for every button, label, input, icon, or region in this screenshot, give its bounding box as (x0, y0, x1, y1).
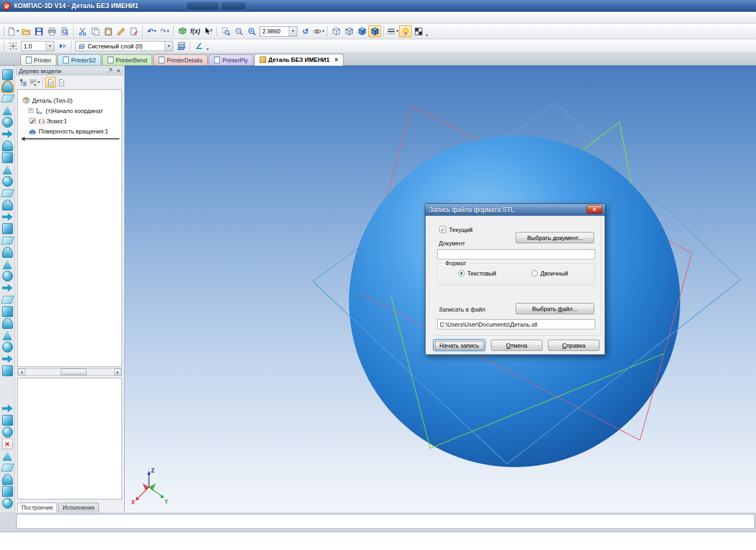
panel-surfaces-icon[interactable] (2, 81, 13, 92)
tool-scale-icon[interactable] (2, 450, 13, 461)
tab-printerdetails[interactable]: PrinterDetails × (153, 54, 208, 65)
document-manager-button[interactable] (176, 25, 189, 37)
print-button[interactable] (45, 25, 58, 37)
tree-sections-button[interactable] (45, 77, 56, 88)
layers-manage-button[interactable] (175, 40, 188, 52)
toolbar-overflow-icon[interactable]: ▾ (206, 47, 209, 53)
view-shaded-edges-button[interactable] (368, 25, 381, 37)
tree-insertion-marker[interactable] (19, 137, 120, 142)
toolbar-grip[interactable] (3, 41, 4, 51)
panel-close-button[interactable]: × (117, 68, 120, 74)
open-document-button[interactable] (19, 25, 32, 37)
panel-check-icon[interactable] (2, 318, 13, 329)
tab-printer[interactable]: Printer × (20, 54, 56, 65)
perspective-lamp-button[interactable] (399, 25, 412, 37)
tool-library-icon[interactable] (2, 474, 13, 485)
panel-fillet-icon[interactable] (2, 152, 13, 163)
tree-parameters-button[interactable] (56, 77, 67, 88)
print-preview-button[interactable] (58, 25, 71, 37)
redo-button[interactable]: ↷▾ (158, 25, 171, 37)
panel-extrude-icon[interactable] (2, 105, 13, 116)
panel-axis-icon[interactable] (2, 259, 13, 270)
panel-sketch-icon[interactable] (1, 95, 14, 102)
tree-structure-button[interactable] (18, 77, 28, 88)
angle-snap-button[interactable] (56, 40, 69, 52)
tree-item-part[interactable]: Деталь (Тел-0) (18, 95, 122, 105)
dialog-titlebar[interactable]: Запись файла формата STL (425, 204, 605, 216)
tool-select-icon[interactable] (2, 403, 13, 414)
tool-parameters-icon[interactable] (1, 464, 14, 471)
edit-properties-button[interactable] (127, 25, 140, 37)
scrollbar-thumb[interactable] (61, 369, 87, 375)
tree-filter-button[interactable]: ▾ (28, 77, 40, 88)
pin-icon[interactable] (107, 67, 113, 75)
tool-help-icon[interactable] (2, 498, 13, 509)
zoom-scale-combo[interactable]: 2.9860 ▾ (260, 26, 297, 37)
viewport-3d[interactable]: Z X Y Запись файла формата STL × ✓ Текущ… (125, 66, 756, 512)
panel-loft-icon[interactable] (2, 140, 13, 151)
panel-filter-icon[interactable] (2, 330, 13, 341)
current-document-checkbox[interactable]: ✓ Текущий (439, 226, 473, 233)
view-shaded-button[interactable] (355, 25, 368, 37)
menu-specification[interactable] (40, 16, 48, 19)
panel-point-icon[interactable] (2, 271, 13, 281)
zoom-area-button[interactable] (219, 25, 232, 37)
panel-settings-icon[interactable] (2, 365, 13, 376)
step-value-combo[interactable]: 1.0 ▾ (21, 41, 54, 51)
tab-construction[interactable]: Построение (17, 503, 57, 512)
panel-mirror-icon[interactable] (1, 237, 14, 244)
tab-printers2[interactable]: PrinterS2 × (58, 54, 101, 65)
panel-chamfer-icon[interactable] (2, 164, 13, 175)
panel-hole-icon[interactable] (2, 176, 13, 187)
cancel-button[interactable]: Отмена (491, 340, 543, 351)
menu-service[interactable] (48, 16, 57, 19)
select-file-button[interactable]: Выбрать файл... (516, 303, 594, 314)
context-help-button[interactable]: ? (202, 25, 215, 37)
panel-rib-icon[interactable] (1, 189, 14, 197)
menu-view[interactable] (23, 16, 31, 19)
menu-help[interactable] (66, 16, 74, 19)
scroll-left-icon[interactable]: ◂ (18, 369, 25, 375)
tree-item-origin[interactable]: + (т)Начало координат (18, 105, 122, 116)
tab-printerbend[interactable]: PrinterBend × (102, 54, 152, 65)
combo-dropdown-button[interactable]: ▾ (46, 41, 54, 51)
panel-array-icon[interactable] (2, 223, 13, 234)
menu-libraries[interactable] (74, 16, 83, 19)
variables-button[interactable]: f(x) (189, 25, 202, 37)
combo-dropdown-button[interactable]: ▾ (165, 41, 173, 51)
save-button[interactable] (32, 25, 45, 37)
start-record-button[interactable]: Начать запись (433, 340, 485, 351)
panel-offset-plane-icon[interactable] (2, 247, 13, 258)
tab-printerply[interactable]: PrinterPly × (209, 54, 253, 65)
panel-spiral-icon[interactable] (2, 283, 13, 293)
zoom-in-button[interactable] (245, 25, 258, 37)
menu-editor[interactable] (14, 16, 23, 19)
cut-button[interactable] (76, 25, 89, 37)
menu-file[interactable] (5, 16, 14, 19)
snap-settings-button[interactable] (6, 40, 19, 52)
view-hidden-lines-button[interactable] (343, 25, 355, 37)
panel-revolve-icon[interactable] (2, 117, 13, 128)
scroll-right-icon[interactable]: ▸ (114, 369, 122, 375)
new-document-button[interactable]: ▾ (6, 25, 19, 37)
panel-kinematic-icon[interactable] (2, 129, 13, 139)
panel-specification-icon[interactable] (2, 342, 13, 352)
measure-angle-button[interactable]: ∠ (192, 40, 205, 52)
toolbar-overflow-icon[interactable]: ▾ (426, 33, 428, 39)
zoom-out-button[interactable] (232, 25, 245, 37)
sheet-grid-button[interactable] (412, 25, 425, 37)
file-path-input[interactable] (437, 319, 595, 329)
refresh-image-button[interactable]: ↺ (299, 25, 312, 37)
panel-spline-icon[interactable] (1, 296, 14, 304)
tool-move-icon[interactable] (2, 415, 13, 426)
combo-dropdown-button[interactable]: ▾ (289, 27, 297, 36)
tree-item-sketch[interactable]: (-) Эскиз:1 (18, 116, 122, 126)
tool-delete-icon[interactable] (2, 439, 13, 449)
document-input[interactable] (437, 249, 595, 259)
panel-edit-part-icon[interactable] (2, 69, 13, 80)
panel-measure-icon[interactable] (2, 306, 13, 317)
menu-operations[interactable] (31, 16, 40, 19)
help-button[interactable]: Справка (548, 340, 600, 351)
tab-versions[interactable]: Исполнения (58, 503, 98, 512)
format-binary-radio[interactable]: Двоичный (531, 270, 568, 277)
